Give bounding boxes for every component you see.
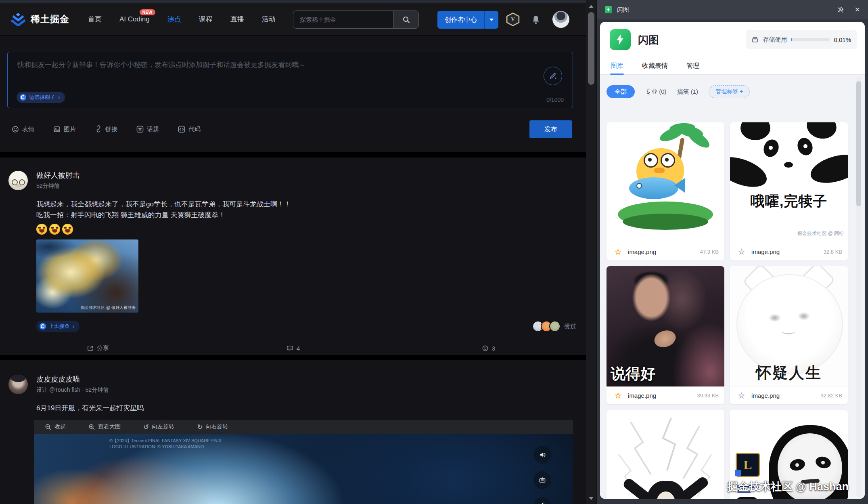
storage-box-icon: [751, 36, 759, 43]
user-avatar[interactable]: [552, 11, 569, 28]
vip-badge-icon[interactable]: V: [506, 13, 520, 26]
post1-author[interactable]: 做好人被肘击: [36, 171, 80, 180]
nav-home[interactable]: 首页: [88, 15, 102, 24]
notification-bell-icon[interactable]: [531, 15, 541, 27]
gallery-item-3[interactable]: 说得好 image.png 39.93 KB: [607, 266, 724, 404]
topic-hash-icon: [136, 125, 144, 133]
creator-center-button[interactable]: 创作者中心: [437, 11, 498, 29]
search-button[interactable]: [393, 11, 418, 28]
panel-title: 闪图: [617, 6, 837, 14]
post2-author[interactable]: 皮皮皮皮皮喵: [36, 375, 80, 384]
comment-icon: [286, 344, 294, 352]
scrollbar-thumb[interactable]: [588, 12, 594, 85]
image-tool-button[interactable]: 图片: [50, 125, 78, 134]
gallery-item-5[interactable]: [607, 410, 724, 499]
app-name: 闪图: [638, 33, 659, 47]
board-icon: [538, 476, 546, 484]
post1-image-watermark: 掘金技术社区 @ 做好人被肘击: [81, 305, 136, 311]
panel-title-bar: 闪图: [597, 0, 868, 19]
nav-courses[interactable]: 课程: [199, 15, 213, 24]
panda-meme-art: 哦嚯,完犊子 掘金技术社区 @ 阿柠: [730, 122, 848, 243]
wrench-icon: [538, 502, 546, 504]
duck-meme-art: [607, 122, 724, 243]
close-panel-button[interactable]: [855, 6, 860, 13]
comment-button[interactable]: 4: [195, 341, 391, 355]
collapse-image-button[interactable]: 收起: [42, 423, 68, 431]
nav-ai-coding[interactable]: AI CodingNEW: [119, 15, 150, 23]
reaction-avatar[interactable]: [549, 321, 561, 332]
page-scrollbar[interactable]: [586, 0, 596, 504]
filter-all[interactable]: 全部: [607, 85, 635, 98]
copyright-line1: ©【2024】Tencent FINAL FANTASY XIV SQUARE …: [109, 438, 222, 444]
comment-count: 4: [297, 345, 300, 352]
link-icon: [94, 125, 102, 133]
creator-center-dropdown[interactable]: [484, 11, 498, 29]
juejin-logo-icon: [10, 13, 26, 26]
post1-image[interactable]: 掘金技术社区 @ 做好人被肘击: [36, 239, 138, 313]
post1-emoji-row: [36, 224, 586, 235]
rotate-right-button[interactable]: 向右旋转: [195, 422, 230, 432]
image-copyright: ©【2024】Tencent FINAL FANTASY XIV SQUARE …: [109, 438, 222, 450]
like-face-icon: [481, 344, 489, 352]
filter-professional[interactable]: 专业 (0): [645, 88, 667, 96]
char-counter: 0/1000: [546, 97, 564, 103]
file-name: image.png: [751, 248, 820, 255]
unpin-button[interactable]: [837, 6, 844, 14]
emoji-tool-button[interactable]: 表情: [9, 125, 37, 134]
search-input[interactable]: [293, 11, 393, 28]
star-icon[interactable]: [612, 391, 624, 400]
panel-scrollbar[interactable]: [856, 76, 862, 497]
scroll-up-arrow-icon[interactable]: [589, 5, 594, 8]
juejin-logo[interactable]: 稀土掘金: [10, 13, 69, 26]
creator-center-label: 创作者中心: [437, 16, 484, 24]
feedback-board-button[interactable]: [533, 471, 551, 489]
filter-pills: 全部 专业 (0) 搞笑 (1) 管理标签 +: [607, 85, 750, 98]
top-strip: [0, 0, 586, 3]
post1-action-bar: 分享 4 3: [0, 341, 586, 355]
storage-label: 存储使用: [763, 36, 787, 44]
post2-image[interactable]: ©【2024】Tencent FINAL FANTASY XIV SQUARE …: [34, 434, 573, 504]
view-large-image-button[interactable]: 查看大图: [86, 423, 123, 431]
link-tool-button[interactable]: 链接: [92, 125, 120, 134]
composer-input[interactable]: [8, 52, 573, 108]
panel-scrollbar-thumb[interactable]: [856, 81, 861, 206]
like-button[interactable]: 3: [391, 341, 586, 355]
panel-card: 闪图 存储使用 0.01% 图库 收藏表情 管理 全部 专业 (0) 搞笑 (1…: [600, 22, 865, 499]
gallery-item-4[interactable]: 怀疑人生 image.png 32.82 KB: [730, 266, 848, 404]
post1-tag-pill[interactable]: 上班摸鱼: [36, 321, 79, 332]
nav-events[interactable]: 活动: [262, 15, 276, 24]
star-icon[interactable]: [736, 248, 747, 256]
manage-tags-button[interactable]: 管理标签 +: [709, 85, 750, 98]
brand-text: 稀土掘金: [31, 13, 69, 25]
gallery-watermark: 掘金技术社区 @ Hashan: [727, 479, 849, 494]
star-icon[interactable]: [612, 248, 624, 256]
tab-gallery[interactable]: 图库: [611, 57, 623, 74]
share-button[interactable]: 分享: [0, 341, 195, 355]
section-divider: [0, 355, 586, 360]
composer-toolbar: 表情 图片 链接 话题 代码 发布: [9, 120, 572, 138]
post1-avatar[interactable]: [8, 171, 28, 190]
gallery-item-2[interactable]: 哦嚯,完犊子 掘金技术社区 @ 阿柠 image.png 32.8 KB: [730, 122, 848, 260]
tools-button[interactable]: [533, 497, 551, 504]
mute-button[interactable]: [533, 446, 551, 464]
star-icon[interactable]: [736, 391, 747, 400]
publish-button[interactable]: 发布: [529, 120, 572, 138]
share-icon: [86, 344, 94, 352]
tab-favorite-emotes[interactable]: 收藏表情: [642, 57, 668, 74]
chevron-right-icon: [73, 323, 75, 330]
lol-logo-2: [736, 497, 757, 499]
rotate-left-button[interactable]: 向左旋转: [141, 422, 177, 432]
scroll-down-arrow-icon[interactable]: [589, 497, 594, 500]
select-circle-button[interactable]: 请选择圈子: [17, 92, 65, 103]
file-name: image.png: [628, 392, 693, 399]
tab-manage[interactable]: 管理: [686, 57, 699, 74]
filter-funny[interactable]: 搞笑 (1): [677, 88, 699, 96]
topic-tool-button[interactable]: 话题: [134, 125, 161, 134]
gallery-item-1[interactable]: image.png 47.3 KB: [607, 122, 724, 260]
nav-boiling-point[interactable]: 沸点: [167, 15, 181, 24]
post2-avatar[interactable]: [8, 375, 28, 394]
code-tool-button[interactable]: 代码: [175, 125, 203, 134]
quick-post-button[interactable]: [544, 67, 562, 85]
nav-live[interactable]: 直播: [230, 15, 244, 24]
post1-reactions: 赞过: [532, 321, 576, 332]
